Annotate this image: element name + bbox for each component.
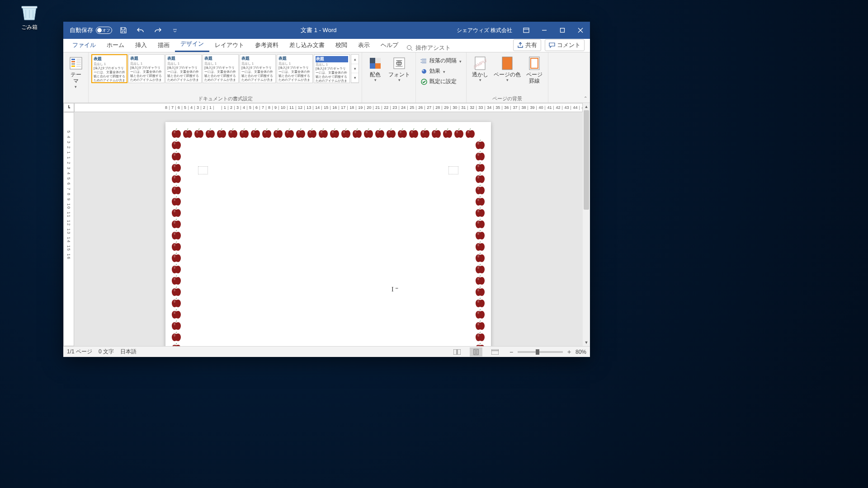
- tab-insert[interactable]: 挿入: [130, 38, 152, 52]
- themes-button[interactable]: テーマ: [66, 54, 86, 91]
- scroll-up-button[interactable]: ▲: [583, 103, 590, 110]
- tab-mailings[interactable]: 差し込み文書: [284, 38, 330, 52]
- document-page[interactable]: I ⁼: [165, 122, 491, 346]
- vertical-ruler[interactable]: 5 4 3 2 1 1 2 3 4 5 6 7 8 9 10 11 12 13 …: [63, 112, 74, 346]
- close-button[interactable]: [572, 22, 589, 39]
- border-apple-icon: [171, 150, 182, 161]
- status-lang[interactable]: 日本語: [120, 348, 137, 356]
- set-default-button[interactable]: 既定に設定: [419, 77, 458, 86]
- svg-point-72: [477, 266, 479, 269]
- qat-more-button[interactable]: [169, 24, 181, 36]
- watermark-label: 透かし: [472, 71, 488, 78]
- svg-point-45: [434, 131, 435, 133]
- svg-point-22: [174, 131, 175, 133]
- tab-design[interactable]: デザイン: [175, 37, 209, 52]
- svg-point-79: [174, 311, 175, 314]
- share-button[interactable]: 共有: [513, 39, 541, 51]
- ruler-corner[interactable]: ┗: [63, 103, 74, 112]
- svg-point-75: [174, 289, 175, 291]
- recycle-bin[interactable]: ごみ箱: [13, 4, 46, 31]
- effects-button[interactable]: 効果: [419, 66, 447, 76]
- ribbon-display-button[interactable]: [518, 22, 535, 39]
- style-gallery-more[interactable]: ▴▾▾: [351, 54, 359, 83]
- svg-rect-6: [71, 63, 75, 65]
- undo-button[interactable]: [135, 24, 146, 36]
- paragraph-spacing-button[interactable]: 段落の間隔: [419, 56, 463, 66]
- svg-point-74: [477, 277, 479, 280]
- svg-rect-1: [561, 28, 565, 33]
- status-words[interactable]: 0 文字: [99, 348, 114, 356]
- border-apple-icon: [363, 127, 374, 138]
- scroll-thumb[interactable]: [584, 110, 589, 210]
- collapse-ribbon-button[interactable]: ⌃: [584, 96, 587, 101]
- tab-layout[interactable]: レイアウト: [209, 38, 250, 52]
- style-thumb-1[interactable]: 表題見出し 1[挿入]タブのギャラリーには、文書全体の外観と合わせて調整するため…: [128, 54, 165, 83]
- tab-review[interactable]: 校閲: [330, 38, 353, 52]
- border-apple-icon: [475, 342, 486, 346]
- svg-point-26: [219, 131, 221, 133]
- tab-help[interactable]: ヘルプ: [375, 38, 404, 52]
- vertical-scrollbar[interactable]: ▲ ▼: [583, 103, 590, 346]
- style-thumb-2[interactable]: 表題見出し 1[挿入]タブのギャラリーには、文書全体の外観と合わせて調整するため…: [165, 54, 202, 83]
- zoom-out-button[interactable]: −: [508, 348, 515, 356]
- maximize-button[interactable]: [554, 22, 571, 39]
- border-apple-icon: [171, 184, 182, 195]
- border-apple-icon: [171, 206, 182, 217]
- tab-draw[interactable]: 描画: [152, 38, 175, 52]
- border-apple-icon: [352, 127, 363, 138]
- border-apple-icon: [442, 127, 453, 138]
- tab-view[interactable]: 表示: [353, 38, 375, 52]
- page-borders-button[interactable]: ページ 罫線: [524, 54, 545, 86]
- autosave-toggle[interactable]: 自動保存 オフ: [70, 26, 112, 34]
- svg-point-42: [400, 131, 401, 133]
- style-thumb-0[interactable]: 表題見出し 1[挿入]タブのギャラリーには、文書全体の外観と合わせて調整するため…: [91, 54, 127, 83]
- colors-button[interactable]: 配色: [365, 54, 386, 84]
- tab-references[interactable]: 参考資料: [250, 38, 284, 52]
- svg-point-76: [477, 289, 479, 291]
- horizontal-ruler[interactable]: 8｜7｜6｜5｜4｜3｜2｜1｜ ｜1｜2｜3｜4｜5｜6｜7｜8｜9｜10｜1…: [74, 103, 583, 112]
- comment-label: コメント: [557, 41, 580, 49]
- svg-point-47: [456, 131, 458, 133]
- minimize-button[interactable]: [536, 22, 553, 39]
- view-print-button[interactable]: [470, 347, 482, 357]
- comment-button[interactable]: コメント: [545, 39, 585, 51]
- tab-file[interactable]: ファイル: [67, 38, 101, 52]
- border-apple-icon: [475, 195, 486, 206]
- status-page[interactable]: 1/1 ページ: [67, 348, 92, 356]
- view-web-button[interactable]: [489, 347, 501, 357]
- style-thumb-6[interactable]: 表題見出し 1[挿入]タブのギャラリーには、文書全体の外観と合わせて調整するため…: [314, 54, 350, 83]
- svg-point-62: [477, 210, 479, 212]
- redo-button[interactable]: [152, 24, 164, 36]
- border-apple-icon: [250, 127, 261, 138]
- svg-point-41: [388, 131, 390, 133]
- word-window: 自動保存 オフ 文書 1 - Word シェアウィズ 株式会社 ファイル ホーム…: [63, 22, 590, 357]
- style-thumb-5[interactable]: 表題見出し 1[挿入]タブのギャラリーには、文書全体の外観と合わせて調整するため…: [277, 54, 313, 83]
- scroll-down-button[interactable]: ▼: [583, 339, 590, 346]
- zoom-in-button[interactable]: ＋: [566, 348, 573, 356]
- fonts-button[interactable]: 亜 フォント: [386, 54, 413, 84]
- style-thumb-4[interactable]: 表題見出し 1[挿入]タブのギャラリーには、文書全体の外観と合わせて調整するため…: [240, 54, 276, 83]
- svg-point-63: [174, 221, 175, 224]
- save-button[interactable]: [118, 24, 129, 36]
- page-color-button[interactable]: ページの色: [491, 54, 524, 84]
- colors-icon: [368, 56, 382, 70]
- page-borders-icon: [527, 56, 542, 70]
- svg-rect-8: [370, 58, 375, 63]
- border-apple-icon: [475, 240, 486, 251]
- watermark-button[interactable]: SAMPLE 透かし: [469, 54, 491, 84]
- zoom-value[interactable]: 80%: [576, 349, 586, 355]
- svg-point-48: [467, 131, 469, 133]
- account-name[interactable]: シェアウィズ 株式会社: [457, 27, 512, 34]
- border-apple-icon: [171, 161, 182, 172]
- style-thumb-3[interactable]: 表題見出し 1[挿入]タブのギャラリーには、文書全体の外観と合わせて調整するため…: [203, 54, 239, 83]
- tell-me-search[interactable]: 操作アシスト: [404, 44, 453, 52]
- tab-home[interactable]: ホーム: [101, 38, 130, 52]
- zoom-slider[interactable]: [518, 351, 563, 353]
- recycle-bin-icon: [18, 4, 41, 22]
- svg-point-39: [366, 131, 368, 133]
- view-read-button[interactable]: [451, 347, 463, 357]
- border-apple-icon: [239, 127, 250, 138]
- zoom-handle[interactable]: [536, 349, 539, 355]
- svg-point-80: [477, 311, 479, 314]
- svg-point-27: [230, 131, 232, 133]
